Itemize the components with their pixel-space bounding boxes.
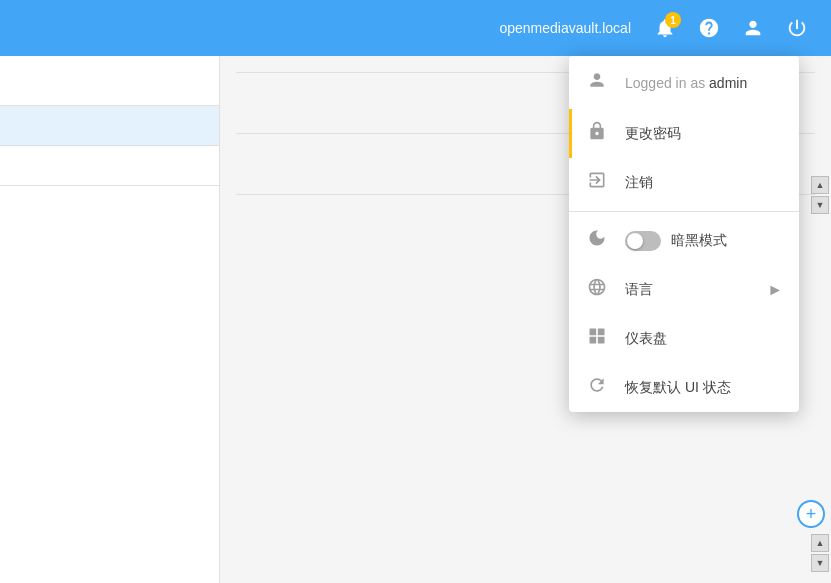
hostname-label: openmediavault.local xyxy=(499,20,631,36)
dark-mode-toggle[interactable] xyxy=(625,231,661,251)
moon-icon xyxy=(585,228,609,253)
change-password-label: 更改密码 xyxy=(625,125,783,143)
notification-badge: 1 xyxy=(665,12,681,28)
reset-ui-item[interactable]: 恢复默认 UI 状态 xyxy=(569,363,799,412)
reset-ui-label: 恢复默认 UI 状态 xyxy=(625,379,783,397)
scroll-up-area: ▲ xyxy=(811,176,829,194)
lock-icon xyxy=(585,121,609,146)
bottom-scroll: ▲ ▼ xyxy=(811,533,829,573)
sidebar xyxy=(0,56,220,583)
help-button[interactable] xyxy=(691,10,727,46)
globe-icon xyxy=(585,277,609,302)
dropdown-user-info: Logged in as admin xyxy=(569,56,799,109)
dark-mode-item[interactable]: 暗黑模式 xyxy=(569,216,799,265)
grid-icon xyxy=(585,326,609,351)
sidebar-item-active[interactable] xyxy=(0,106,219,146)
header-bar: openmediavault.local 1 xyxy=(0,0,831,56)
user-dropdown-menu: Logged in as admin 更改密码 注销 xyxy=(569,56,799,412)
dropdown-overlay: Logged in as admin 更改密码 注销 xyxy=(569,56,799,412)
change-password-item[interactable]: 更改密码 xyxy=(569,109,799,158)
scroll-up-button[interactable]: ▲ xyxy=(811,176,829,194)
dark-mode-label: 暗黑模式 xyxy=(671,232,783,250)
person-small-icon xyxy=(587,70,607,90)
scroll-down-area: ▼ xyxy=(811,196,829,214)
add-button[interactable]: + xyxy=(797,500,825,528)
logout-item[interactable]: 注销 xyxy=(569,158,799,207)
user-button[interactable] xyxy=(735,10,771,46)
user-info-icon xyxy=(585,70,609,95)
dropdown-divider xyxy=(569,211,799,212)
notifications-button[interactable]: 1 xyxy=(647,10,683,46)
dashboard-label: 仪表盘 xyxy=(625,330,783,348)
power-button[interactable] xyxy=(779,10,815,46)
sidebar-lines xyxy=(0,56,219,186)
dark-mode-toggle-group: 暗黑模式 xyxy=(625,231,783,251)
language-item[interactable]: 语言 ► xyxy=(569,265,799,314)
language-label: 语言 xyxy=(625,281,751,299)
language-arrow-icon: ► xyxy=(767,281,783,299)
exit-icon xyxy=(585,170,609,195)
logout-label: 注销 xyxy=(625,174,783,192)
person-icon xyxy=(742,17,764,39)
sidebar-item[interactable] xyxy=(0,146,219,186)
refresh-icon xyxy=(585,375,609,400)
user-info-label: Logged in as admin xyxy=(625,75,783,91)
username-label: admin xyxy=(709,75,747,91)
help-icon xyxy=(698,17,720,39)
bottom-scroll-up-button[interactable]: ▲ xyxy=(811,534,829,552)
logged-in-prefix: Logged in as xyxy=(625,75,709,91)
power-icon xyxy=(786,17,808,39)
sidebar-item[interactable] xyxy=(0,66,219,106)
bottom-scroll-down-button[interactable]: ▼ xyxy=(811,554,829,572)
scroll-down-button[interactable]: ▼ xyxy=(811,196,829,214)
dashboard-item[interactable]: 仪表盘 xyxy=(569,314,799,363)
